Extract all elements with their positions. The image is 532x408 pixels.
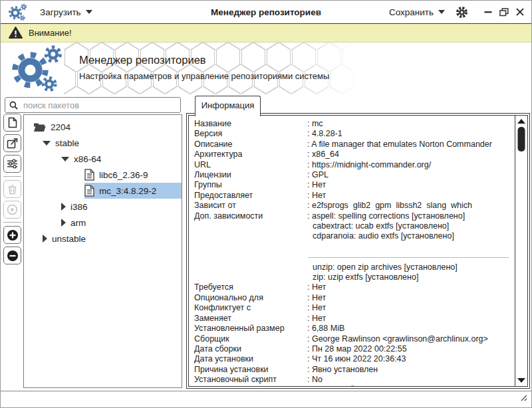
tree-item[interactable]: arm xyxy=(24,215,182,231)
collapse-arrow-icon[interactable] xyxy=(61,157,69,161)
info-row: Зависит от: e2fsprogs glib2 gpm libssh2 … xyxy=(194,201,511,211)
scroll-up-arrow-icon[interactable] xyxy=(517,119,525,124)
info-label: Лицензии xyxy=(194,170,307,180)
info-value: : GPL xyxy=(307,170,511,180)
tree-item-label: unstable xyxy=(52,234,86,244)
info-row: Дата сборки: Пн 28 мар 2022 00:22:55 xyxy=(194,344,511,354)
header-subtitle: Настройка параметров и управление репози… xyxy=(79,71,329,81)
tree-item[interactable]: 2204 xyxy=(24,119,182,135)
info-value: : x86_64 xyxy=(307,150,511,159)
info-row: Заменяет: Нет xyxy=(194,314,511,324)
expand-arrow-icon[interactable] xyxy=(61,203,66,211)
info-label: Требуется xyxy=(194,282,307,292)
window-title: Менеджер репозиториев xyxy=(211,1,321,24)
info-row: Установочный скрипт: No xyxy=(194,375,511,385)
info-label: Название xyxy=(194,119,307,129)
info-row: Лицензии: GPL xyxy=(194,170,511,180)
collapse-arrow-icon[interactable] xyxy=(43,141,51,146)
play-button xyxy=(3,201,21,219)
settings-gear-icon[interactable] xyxy=(456,6,468,19)
tab-information[interactable]: Информация xyxy=(195,96,261,116)
info-dotted-separator xyxy=(309,252,509,262)
close-icon[interactable] xyxy=(515,7,525,17)
load-menu-label: Загрузить xyxy=(40,7,81,17)
info-value: : George Rawlinson <grawlinson@archlinux… xyxy=(307,334,511,344)
titlebar: Загрузить Менеджер репозиториев Сохранит… xyxy=(1,1,531,24)
expand-arrow-icon[interactable] xyxy=(61,219,66,227)
scroll-down-arrow-icon[interactable] xyxy=(517,378,525,383)
repository-manager-window: Загрузить Менеджер репозиториев Сохранит… xyxy=(0,0,532,408)
tree-item[interactable]: i386 xyxy=(24,199,182,215)
chevron-down-icon xyxy=(86,10,92,14)
export-button[interactable] xyxy=(3,134,21,152)
tree-item-label: arm xyxy=(70,218,86,228)
info-label: Дата сборки xyxy=(194,344,307,354)
expand-arrow-icon[interactable] xyxy=(43,235,47,243)
warning-triangle-icon xyxy=(9,27,23,39)
tree-item[interactable]: x86-64 xyxy=(24,151,182,167)
tree-item-selected[interactable]: mc_3:4.8.29-2 xyxy=(24,183,182,199)
info-label: Установочный скрипт xyxy=(194,375,307,385)
add-button[interactable] xyxy=(3,226,21,244)
info-row: Группы: Нет xyxy=(194,180,511,190)
filters-button[interactable] xyxy=(3,155,21,173)
app-gears-logo-icon xyxy=(7,3,28,21)
info-row: Требуется: Нет xyxy=(194,282,511,292)
save-menu-button[interactable]: Сохранить xyxy=(389,7,445,17)
vertical-scrollbar[interactable] xyxy=(515,116,527,386)
resize-grip-icon[interactable] xyxy=(519,392,527,404)
info-value: : 6,88 MiB xyxy=(307,324,511,334)
info-label: Дата установки xyxy=(194,354,307,364)
info-row: Версия: 4.8.28-1 xyxy=(194,129,511,139)
package-search-box xyxy=(5,97,181,113)
chevron-down-icon xyxy=(438,10,445,14)
search-icon xyxy=(9,101,18,110)
status-bar xyxy=(1,391,531,407)
info-label: Описание xyxy=(194,140,307,150)
info-row: Причина установки: Явно установлен xyxy=(194,365,511,375)
tab-information-label: Информация xyxy=(201,100,255,110)
info-label: Конфликтует с xyxy=(194,303,307,313)
toolbar-separator xyxy=(3,222,21,223)
info-continuation-line: cdparanoia: audio extfs [установлено] xyxy=(313,231,511,241)
file-icon xyxy=(84,185,94,197)
tree-item-label: libc6_2.36-9 xyxy=(99,170,148,180)
info-value: : Нет xyxy=(307,303,511,313)
warning-banner: Внимание! xyxy=(1,24,531,43)
info-value: : Пн 28 мар 2022 00:22:55 xyxy=(307,344,511,354)
info-continuation-line: zip: uzip extfs [установлено] xyxy=(313,272,511,282)
info-row: Доп. зависимости: aspell: spelling corre… xyxy=(194,211,511,221)
maximize-icon[interactable] xyxy=(499,7,509,17)
load-menu-button[interactable]: Загрузить xyxy=(40,7,92,17)
info-value: : https://midnight-commander.org/ xyxy=(307,160,511,170)
remove-button[interactable] xyxy=(3,247,21,264)
tree-item[interactable]: unstable xyxy=(24,231,182,247)
minimize-icon[interactable] xyxy=(483,7,493,17)
info-row: Проверен: Подпись xyxy=(194,385,511,387)
scrollbar-thumb[interactable] xyxy=(518,127,525,152)
signature-info-icon[interactable] xyxy=(348,385,357,387)
info-row: Название: mc xyxy=(194,119,511,129)
info-value: : e2fsprogs glib2 gpm libssh2 slang whic… xyxy=(307,201,511,211)
search-input[interactable] xyxy=(22,100,176,111)
info-label: Сборщик xyxy=(194,334,307,344)
new-file-button[interactable] xyxy=(3,114,21,132)
trash-icon xyxy=(7,184,17,195)
info-row: Установленный размер: 6,88 MiB xyxy=(194,324,511,334)
folder-open-icon xyxy=(33,122,46,132)
tree-item[interactable]: libc6_2.36-9 xyxy=(24,167,182,183)
info-label: Зависит от xyxy=(194,201,307,211)
info-row: Архитектура: x86_64 xyxy=(194,150,511,159)
info-value: : Нет xyxy=(307,191,511,201)
info-label: Причина установки xyxy=(194,365,307,375)
info-value: : No xyxy=(307,375,511,385)
info-value: : Нет xyxy=(307,314,511,324)
info-continuation-line: cabextract: ucab extfs [установлено] xyxy=(313,221,511,231)
side-toolbar xyxy=(2,114,23,264)
tree-item-label: stable xyxy=(55,138,79,148)
info-value: : aspell: spelling corrections [установл… xyxy=(307,211,511,221)
tree-item-label: x86-64 xyxy=(74,154,101,164)
tree-item-label: 2204 xyxy=(51,122,70,132)
tree-item[interactable]: stable xyxy=(24,135,182,151)
info-continuation-line: unzip: open zip archives [установлено] xyxy=(313,262,511,272)
